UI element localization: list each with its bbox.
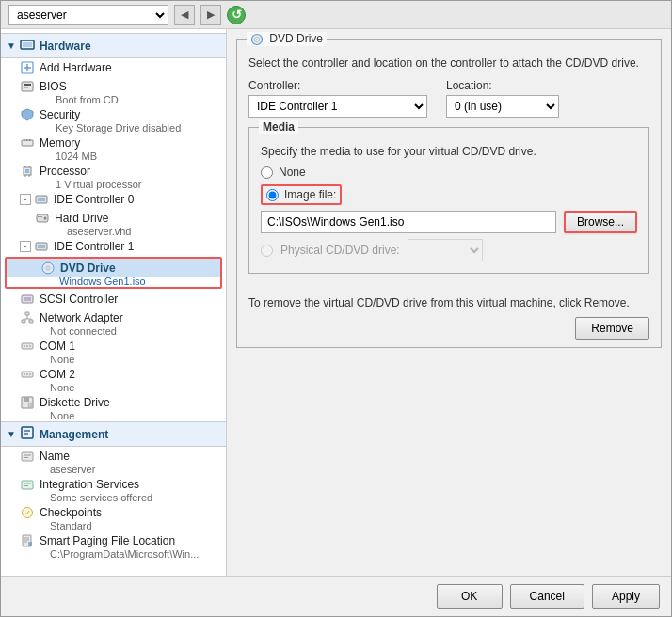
image-file-input[interactable] [261,211,556,233]
svg-point-42 [24,373,25,375]
com2-label: COM 2 [40,368,75,381]
svg-rect-46 [24,397,29,402]
memory-icon [20,135,35,150]
refresh-button[interactable]: ↺ [227,6,246,24]
svg-rect-6 [24,84,31,86]
right-panel: DVD Drive Select the controller and loca… [227,29,671,576]
processor-icon [20,164,35,179]
svg-rect-31 [22,320,25,323]
title-bar: aseserver ◀ ▶ ↺ [1,1,671,29]
smart-paging-label: Smart Paging File Location [40,534,175,547]
memory-label: Memory [40,136,80,150]
sidebar-item-security[interactable]: Security [1,105,226,124]
svg-point-27 [47,267,49,269]
ide1-icon [34,239,49,254]
controller-location-row: Controller: IDE Controller 1 Location: 0… [248,79,649,118]
nav-back-button[interactable]: ◀ [174,5,195,25]
dvd-drive-container: DVD Drive Windows Gen1.iso [5,257,222,289]
svg-rect-13 [25,169,29,173]
sidebar-item-scsi[interactable]: SCSI Controller [1,290,226,308]
none-radio[interactable] [261,166,273,179]
add-hardware-label: Add Hardware [40,61,112,74]
security-icon [20,107,35,122]
controller-select[interactable]: IDE Controller 1 [248,95,427,118]
main-window: aseserver ◀ ▶ ↺ ▼ Hardware Add Hardware [0,0,672,617]
hardware-section-header[interactable]: ▼ Hardware [1,33,226,58]
sidebar-item-name[interactable]: Name [1,447,226,466]
management-collapse-arrow: ▼ [7,429,16,439]
remove-section: To remove the virtual CD/DVD drive from … [248,287,649,340]
svg-point-43 [26,373,28,375]
svg-point-44 [29,373,31,375]
sidebar-item-ide-controller-1[interactable]: - IDE Controller 1 [1,237,226,256]
svg-rect-19 [38,198,45,201]
none-label[interactable]: None [279,166,306,179]
smart-paging-sublabel: C:\ProgramData\Microsoft\Win... [1,548,226,560]
dvd-panel-title: DVD Drive [247,32,327,46]
sidebar-item-com2[interactable]: COM 2 [1,365,226,384]
remove-button[interactable]: Remove [575,317,649,340]
svg-point-38 [24,345,25,347]
dvd-label: DVD Drive [60,261,116,275]
hardware-section-label: Hardware [40,40,91,53]
integration-sublabel: Some services offered [1,492,226,503]
location-label: Location: [446,79,559,92]
harddrive-label: Hard Drive [55,212,108,225]
sidebar: ▼ Hardware Add Hardware BIOS Boo [1,29,227,576]
dvd-sublabel: Windows Gen1.iso [7,276,220,287]
svg-rect-29 [24,297,31,301]
ide1-label: IDE Controller 1 [54,240,134,253]
sidebar-item-com1[interactable]: COM 1 [1,337,226,356]
physical-radio[interactable] [261,245,273,257]
management-section-header[interactable]: ▼ Management [1,421,226,447]
image-file-radio-row: Image file: [261,184,342,205]
svg-rect-54 [22,481,33,489]
sidebar-item-memory[interactable]: Memory [1,134,226,152]
svg-rect-9 [24,139,25,141]
sidebar-item-dvd-drive[interactable]: DVD Drive [7,259,220,277]
ok-button[interactable]: OK [437,584,503,609]
sidebar-item-ide-controller-0[interactable]: - IDE Controller 0 [1,190,226,209]
remove-description: To remove the virtual CD/DVD drive from … [248,296,649,309]
sidebar-item-add-hardware[interactable]: Add Hardware [1,58,226,77]
harddrive-sublabel: aseserver.vhd [1,226,226,237]
memory-sublabel: 1024 MB [1,150,226,162]
ide0-label: IDE Controller 0 [54,193,134,206]
bios-label: BIOS [40,80,67,93]
sidebar-item-diskette[interactable]: Diskette Drive [1,393,226,412]
apply-button[interactable]: Apply [592,584,660,609]
sidebar-item-integration[interactable]: Integration Services [1,475,226,494]
diskette-sublabel: None [1,410,226,421]
browse-button[interactable]: Browse... [564,211,637,233]
checkpoints-label: Checkpoints [40,506,102,519]
nav-forward-button[interactable]: ▶ [200,5,221,25]
server-select[interactable]: aseserver [8,5,168,25]
harddrive-icon [35,211,50,226]
svg-rect-11 [29,139,31,141]
com2-sublabel: None [1,382,226,393]
physical-drive-select[interactable] [408,239,483,261]
svg-point-21 [44,217,47,220]
controller-group: Controller: IDE Controller 1 [248,79,427,118]
sidebar-item-hard-drive[interactable]: Hard Drive [1,209,226,228]
image-file-label[interactable]: Image file: [284,188,336,201]
network-label: Network Adapter [40,311,123,324]
location-select[interactable]: 0 (in use) [446,95,559,118]
hardware-icon [20,37,35,55]
cancel-button[interactable]: Cancel [510,584,584,609]
svg-point-40 [29,345,31,347]
processor-label: Processor [40,165,90,178]
checkpoints-sublabel: Standard [1,520,226,531]
hardware-collapse-arrow: ▼ [7,40,16,51]
svg-rect-30 [25,312,29,315]
image-file-radio[interactable] [266,189,279,201]
management-icon [20,425,35,443]
sidebar-item-checkpoints[interactable]: ✓ Checkpoints [1,503,226,522]
processor-sublabel: 1 Virtual processor [1,179,226,190]
sidebar-item-bios[interactable]: BIOS [1,77,226,96]
location-group: Location: 0 (in use) [446,79,559,118]
sidebar-item-processor[interactable]: Processor [1,162,226,181]
controller-label: Controller: [248,79,427,92]
sidebar-item-network[interactable]: Network Adapter [1,308,226,327]
sidebar-item-smart-paging[interactable]: Smart Paging File Location [1,531,226,550]
